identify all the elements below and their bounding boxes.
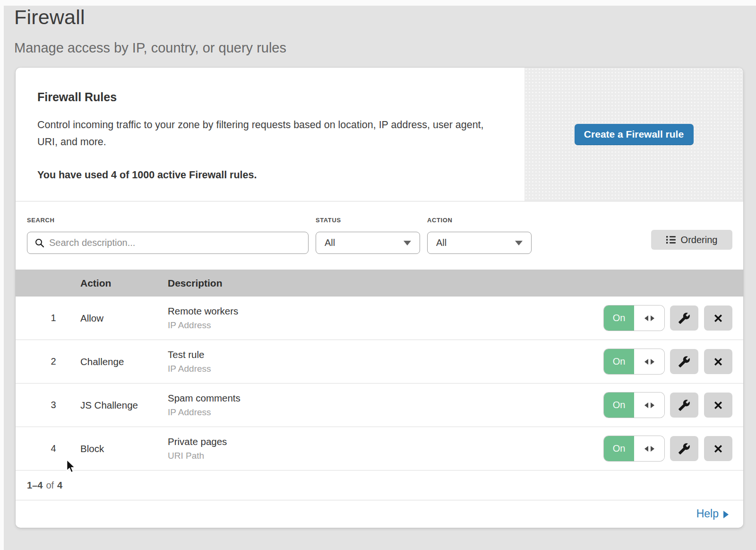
rule-action: JS Challenge	[80, 400, 168, 411]
toggle-arrows-icon	[634, 306, 664, 331]
create-rule-panel: Create a Firewall rule	[524, 68, 743, 201]
rule-description-cell: Private pages URI Path	[168, 436, 227, 461]
toggle-on-label: On	[604, 436, 634, 461]
action-select[interactable]: All	[427, 232, 532, 254]
rule-enabled-toggle[interactable]: On	[604, 349, 664, 374]
edit-rule-button[interactable]	[670, 436, 698, 461]
search-icon	[35, 238, 44, 248]
toggle-on-label: On	[604, 306, 634, 331]
rule-description: Private pages	[168, 436, 227, 447]
arrow-right-icon	[723, 511, 729, 518]
table-header: Action Description	[16, 270, 743, 297]
page-title: Firewall	[14, 6, 286, 29]
rule-priority: 2	[44, 356, 63, 367]
ordering-button[interactable]: Ordering	[651, 230, 732, 250]
x-icon	[713, 356, 724, 367]
wrench-icon	[678, 443, 690, 455]
status-label: STATUS	[316, 217, 341, 224]
rule-description-cell: Remote workers IP Address	[168, 306, 238, 331]
page-header: Firewall Manage access by IP, country, o…	[14, 6, 286, 56]
rule-priority: 3	[44, 400, 63, 410]
toggle-on-label: On	[604, 349, 634, 374]
rule-controls: On	[604, 297, 732, 340]
rule-action: Allow	[80, 313, 168, 324]
edit-rule-button[interactable]	[670, 349, 698, 374]
rule-match-type: IP Address	[168, 407, 241, 418]
chevron-down-icon	[404, 241, 411, 245]
help-row: Help	[16, 500, 743, 527]
rule-match-type: IP Address	[168, 320, 238, 331]
wrench-icon	[678, 312, 690, 324]
rule-action: Block	[80, 443, 168, 454]
rule-action: Challenge	[80, 356, 168, 367]
wrench-icon	[678, 356, 690, 368]
rule-row: 1 Allow Remote workers IP Address On	[16, 297, 743, 340]
rule-description: Remote workers	[168, 306, 238, 317]
search-label: SEARCH	[27, 217, 55, 224]
delete-rule-button[interactable]	[704, 306, 732, 331]
rule-controls: On	[604, 427, 732, 470]
rule-row: 3 JS Challenge Spam comments IP Address …	[16, 384, 743, 427]
delete-rule-button[interactable]	[704, 436, 732, 461]
create-firewall-rule-button[interactable]: Create a Firewall rule	[575, 124, 694, 145]
rule-match-type: IP Address	[168, 364, 211, 374]
search-box	[27, 232, 309, 254]
column-header-description: Description	[168, 278, 223, 289]
action-label: ACTION	[427, 217, 452, 224]
delete-rule-button[interactable]	[704, 349, 732, 374]
toggle-arrows-icon	[634, 436, 664, 461]
pagination-total: 4	[57, 480, 62, 491]
rule-row: 4 Block Private pages URI Path On	[16, 427, 743, 471]
rule-match-type: URI Path	[168, 451, 227, 461]
toggle-arrows-icon	[634, 349, 664, 374]
x-icon	[713, 443, 724, 454]
rule-description: Test rule	[168, 349, 211, 360]
toggle-arrows-icon	[634, 393, 664, 418]
rule-priority: 4	[44, 443, 63, 454]
status-selected-value: All	[325, 237, 335, 248]
ordering-list-icon	[666, 236, 676, 244]
filters-bar: SEARCH STATUS All ACTION All	[16, 201, 743, 270]
card-heading: Firewall Rules	[37, 90, 507, 104]
delete-rule-button[interactable]	[704, 393, 732, 418]
rule-row: 2 Challenge Test rule IP Address On	[16, 340, 743, 384]
rule-enabled-toggle[interactable]: On	[604, 393, 664, 418]
rule-description-cell: Spam comments IP Address	[168, 393, 241, 418]
chevron-down-icon	[515, 241, 523, 245]
rule-description-cell: Test rule IP Address	[168, 349, 211, 374]
toggle-on-label: On	[604, 393, 634, 418]
rules-summary-text: Firewall Rules Control incoming traffic …	[16, 68, 507, 181]
pagination-of: of	[46, 480, 54, 491]
status-select[interactable]: All	[316, 232, 420, 254]
pagination-range: 1–4	[27, 480, 43, 491]
ordering-label: Ordering	[681, 235, 718, 245]
x-icon	[713, 400, 724, 411]
rule-description: Spam comments	[168, 393, 241, 404]
help-link[interactable]: Help	[696, 507, 729, 520]
rules-summary-section: Firewall Rules Control incoming traffic …	[16, 68, 743, 201]
page-subtitle: Manage access by IP, country, or query r…	[14, 40, 286, 56]
search-input[interactable]	[49, 232, 301, 253]
rule-enabled-toggle[interactable]: On	[604, 306, 664, 331]
rule-enabled-toggle[interactable]: On	[604, 436, 664, 461]
help-label: Help	[696, 507, 719, 520]
rule-controls: On	[604, 340, 732, 383]
card-description: Control incoming traffic to your zone by…	[37, 116, 486, 150]
x-icon	[713, 313, 724, 324]
column-header-action: Action	[80, 278, 168, 289]
edit-rule-button[interactable]	[670, 393, 698, 418]
pagination: 1–4 of 4	[16, 471, 743, 500]
edit-rule-button[interactable]	[670, 306, 698, 331]
screen-edge-left	[0, 0, 4, 550]
rule-priority: 1	[44, 313, 63, 323]
wrench-icon	[678, 399, 690, 411]
screen-edge-top	[0, 0, 756, 6]
usage-note: You have used 4 of 1000 active Firewall …	[37, 169, 507, 181]
rule-controls: On	[604, 384, 732, 427]
firewall-rules-card: Firewall Rules Control incoming traffic …	[16, 68, 743, 528]
action-selected-value: All	[436, 237, 447, 248]
